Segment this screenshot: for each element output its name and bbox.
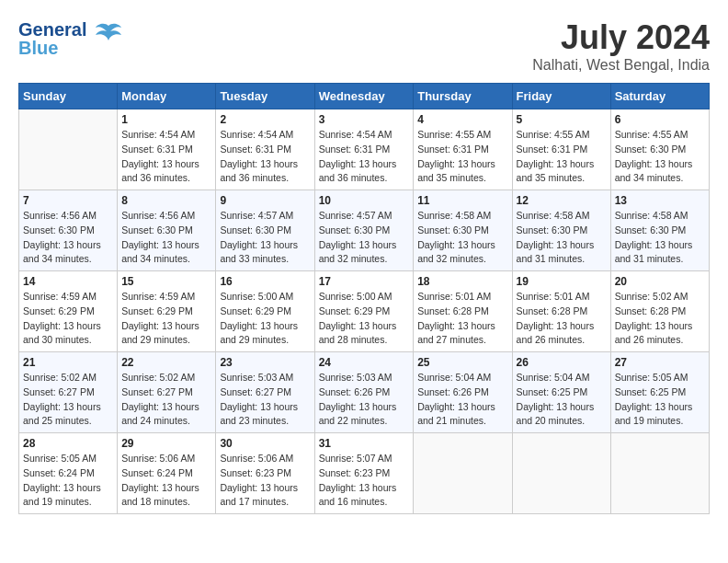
weekday-header-tuesday: Tuesday (216, 84, 314, 109)
day-detail: Sunrise: 4:58 AMSunset: 6:30 PMDaylight:… (517, 209, 607, 267)
calendar-cell: 21Sunrise: 5:02 AMSunset: 6:27 PMDayligh… (19, 352, 118, 433)
day-number: 30 (220, 437, 310, 450)
day-number: 27 (615, 356, 705, 369)
calendar-cell: 2Sunrise: 4:54 AMSunset: 6:31 PMDaylight… (216, 109, 314, 190)
day-detail: Sunrise: 5:02 AMSunset: 6:27 PMDaylight:… (23, 371, 113, 429)
day-number: 6 (615, 113, 705, 126)
day-detail: Sunrise: 5:00 AMSunset: 6:29 PMDaylight:… (319, 290, 410, 348)
day-number: 21 (23, 356, 113, 369)
day-detail: Sunrise: 5:02 AMSunset: 6:28 PMDaylight:… (615, 290, 705, 348)
calendar-cell: 30Sunrise: 5:06 AMSunset: 6:23 PMDayligh… (216, 433, 314, 514)
day-detail: Sunrise: 4:56 AMSunset: 6:30 PMDaylight:… (121, 209, 211, 267)
day-detail: Sunrise: 5:05 AMSunset: 6:24 PMDaylight:… (23, 452, 113, 510)
day-number: 9 (220, 194, 310, 207)
calendar-cell: 26Sunrise: 5:04 AMSunset: 6:25 PMDayligh… (512, 352, 610, 433)
day-number: 5 (517, 113, 607, 126)
day-detail: Sunrise: 4:57 AMSunset: 6:30 PMDaylight:… (220, 209, 310, 267)
calendar-cell (512, 433, 610, 514)
calendar-cell: 25Sunrise: 5:04 AMSunset: 6:26 PMDayligh… (414, 352, 512, 433)
day-number: 23 (220, 356, 310, 369)
calendar-cell: 6Sunrise: 4:55 AMSunset: 6:30 PMDaylight… (610, 109, 709, 190)
calendar-cell: 18Sunrise: 5:01 AMSunset: 6:28 PMDayligh… (414, 271, 512, 352)
day-detail: Sunrise: 4:55 AMSunset: 6:31 PMDaylight:… (517, 128, 607, 186)
day-detail: Sunrise: 4:54 AMSunset: 6:31 PMDaylight:… (319, 128, 410, 186)
calendar-cell: 19Sunrise: 5:01 AMSunset: 6:28 PMDayligh… (512, 271, 610, 352)
calendar-cell: 22Sunrise: 5:02 AMSunset: 6:27 PMDayligh… (118, 352, 216, 433)
day-detail: Sunrise: 5:03 AMSunset: 6:27 PMDaylight:… (220, 371, 310, 429)
day-detail: Sunrise: 5:07 AMSunset: 6:23 PMDaylight:… (319, 452, 410, 510)
day-number: 11 (417, 194, 507, 207)
logo-general: General (18, 20, 86, 39)
weekday-header-wednesday: Wednesday (314, 84, 414, 109)
day-detail: Sunrise: 4:57 AMSunset: 6:30 PMDaylight:… (319, 209, 410, 267)
calendar-cell: 10Sunrise: 4:57 AMSunset: 6:30 PMDayligh… (314, 190, 414, 271)
day-number: 28 (23, 437, 113, 450)
day-number: 26 (517, 356, 607, 369)
calendar-cell: 8Sunrise: 4:56 AMSunset: 6:30 PMDaylight… (118, 190, 216, 271)
calendar-cell: 17Sunrise: 5:00 AMSunset: 6:29 PMDayligh… (314, 271, 414, 352)
day-detail: Sunrise: 5:06 AMSunset: 6:23 PMDaylight:… (220, 452, 310, 510)
day-number: 8 (121, 194, 211, 207)
calendar-week-row: 28Sunrise: 5:05 AMSunset: 6:24 PMDayligh… (19, 433, 710, 514)
day-number: 4 (417, 113, 507, 126)
day-number: 17 (319, 275, 410, 288)
day-detail: Sunrise: 5:06 AMSunset: 6:24 PMDaylight:… (121, 452, 211, 510)
day-number: 18 (417, 275, 507, 288)
calendar-cell: 20Sunrise: 5:02 AMSunset: 6:28 PMDayligh… (610, 271, 709, 352)
weekday-header-saturday: Saturday (610, 84, 709, 109)
location-subtitle: Nalhati, West Bengal, India (532, 57, 710, 74)
calendar-cell: 3Sunrise: 4:54 AMSunset: 6:31 PMDaylight… (314, 109, 414, 190)
day-number: 31 (319, 437, 410, 450)
day-detail: Sunrise: 4:56 AMSunset: 6:30 PMDaylight:… (23, 209, 113, 267)
calendar-cell: 16Sunrise: 5:00 AMSunset: 6:29 PMDayligh… (216, 271, 314, 352)
day-detail: Sunrise: 4:58 AMSunset: 6:30 PMDaylight:… (615, 209, 705, 267)
calendar-cell: 23Sunrise: 5:03 AMSunset: 6:27 PMDayligh… (216, 352, 314, 433)
calendar-cell: 29Sunrise: 5:06 AMSunset: 6:24 PMDayligh… (118, 433, 216, 514)
logo: General Blue (18, 18, 125, 58)
day-detail: Sunrise: 4:54 AMSunset: 6:31 PMDaylight:… (121, 128, 211, 186)
calendar-cell: 27Sunrise: 5:05 AMSunset: 6:25 PMDayligh… (610, 352, 709, 433)
day-number: 15 (121, 275, 211, 288)
calendar-cell: 4Sunrise: 4:55 AMSunset: 6:31 PMDaylight… (414, 109, 512, 190)
calendar-cell: 28Sunrise: 5:05 AMSunset: 6:24 PMDayligh… (19, 433, 118, 514)
day-detail: Sunrise: 5:04 AMSunset: 6:25 PMDaylight:… (517, 371, 607, 429)
day-number: 1 (121, 113, 211, 126)
day-detail: Sunrise: 5:04 AMSunset: 6:26 PMDaylight:… (417, 371, 507, 429)
day-detail: Sunrise: 4:55 AMSunset: 6:30 PMDaylight:… (615, 128, 705, 186)
calendar-cell (414, 433, 512, 514)
day-number: 16 (220, 275, 310, 288)
calendar-cell: 5Sunrise: 4:55 AMSunset: 6:31 PMDaylight… (512, 109, 610, 190)
calendar-cell: 24Sunrise: 5:03 AMSunset: 6:26 PMDayligh… (314, 352, 414, 433)
day-number: 24 (319, 356, 410, 369)
day-detail: Sunrise: 4:54 AMSunset: 6:31 PMDaylight:… (220, 128, 310, 186)
calendar-week-row: 7Sunrise: 4:56 AMSunset: 6:30 PMDaylight… (19, 190, 710, 271)
weekday-header-monday: Monday (118, 84, 216, 109)
calendar-cell (610, 433, 709, 514)
day-detail: Sunrise: 5:01 AMSunset: 6:28 PMDaylight:… (517, 290, 607, 348)
title-block: July 2024 Nalhati, West Bengal, India (532, 18, 710, 74)
calendar-table: SundayMondayTuesdayWednesdayThursdayFrid… (18, 83, 710, 514)
calendar-cell: 7Sunrise: 4:56 AMSunset: 6:30 PMDaylight… (19, 190, 118, 271)
calendar-week-row: 1Sunrise: 4:54 AMSunset: 6:31 PMDaylight… (19, 109, 710, 190)
calendar-cell: 15Sunrise: 4:59 AMSunset: 6:29 PMDayligh… (118, 271, 216, 352)
calendar-cell: 1Sunrise: 4:54 AMSunset: 6:31 PMDaylight… (118, 109, 216, 190)
day-number: 19 (517, 275, 607, 288)
calendar-cell: 12Sunrise: 4:58 AMSunset: 6:30 PMDayligh… (512, 190, 610, 271)
day-detail: Sunrise: 5:05 AMSunset: 6:25 PMDaylight:… (615, 371, 705, 429)
day-number: 2 (220, 113, 310, 126)
day-number: 10 (319, 194, 410, 207)
calendar-week-row: 21Sunrise: 5:02 AMSunset: 6:27 PMDayligh… (19, 352, 710, 433)
logo-bird-icon (92, 18, 125, 58)
calendar-cell: 13Sunrise: 4:58 AMSunset: 6:30 PMDayligh… (610, 190, 709, 271)
day-detail: Sunrise: 4:59 AMSunset: 6:29 PMDaylight:… (23, 290, 113, 348)
month-year-title: July 2024 (532, 18, 710, 57)
weekday-header-row: SundayMondayTuesdayWednesdayThursdayFrid… (19, 84, 710, 109)
calendar-cell (19, 109, 118, 190)
day-detail: Sunrise: 4:58 AMSunset: 6:30 PMDaylight:… (417, 209, 507, 267)
day-detail: Sunrise: 4:59 AMSunset: 6:29 PMDaylight:… (121, 290, 211, 348)
calendar-cell: 14Sunrise: 4:59 AMSunset: 6:29 PMDayligh… (19, 271, 118, 352)
day-detail: Sunrise: 5:01 AMSunset: 6:28 PMDaylight:… (417, 290, 507, 348)
calendar-cell: 9Sunrise: 4:57 AMSunset: 6:30 PMDaylight… (216, 190, 314, 271)
day-detail: Sunrise: 5:03 AMSunset: 6:26 PMDaylight:… (319, 371, 410, 429)
day-detail: Sunrise: 5:00 AMSunset: 6:29 PMDaylight:… (220, 290, 310, 348)
